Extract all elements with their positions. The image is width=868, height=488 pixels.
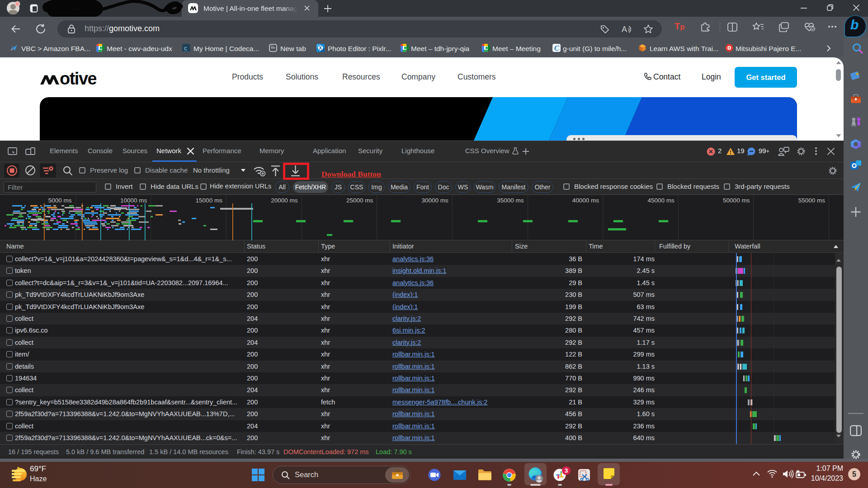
svg-text:A: A bbox=[622, 25, 627, 34]
svg-text:otive: otive bbox=[60, 69, 96, 87]
svg-text:C: C bbox=[554, 44, 559, 52]
svg-text:X: X bbox=[319, 46, 322, 51]
svg-text:c: c bbox=[184, 45, 187, 52]
